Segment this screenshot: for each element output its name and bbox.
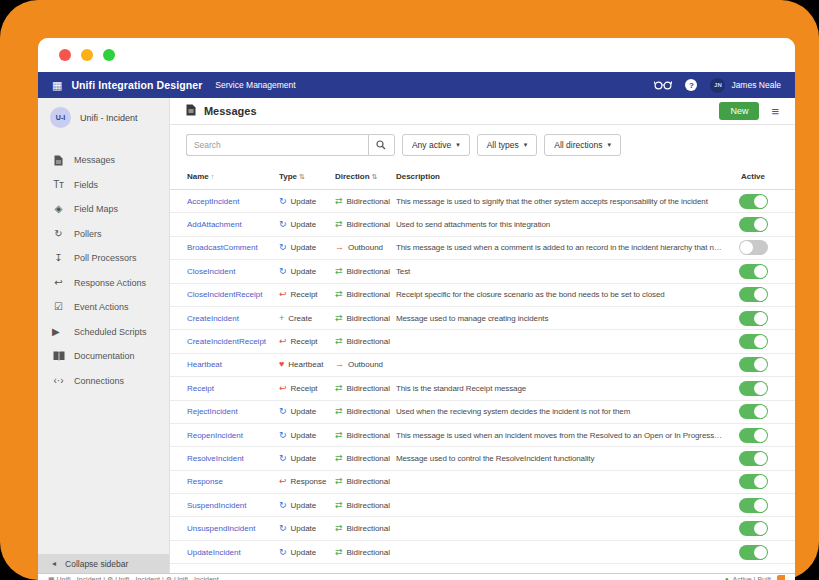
collapse-sidebar-button[interactable]: ◂ Collapse sidebar bbox=[38, 554, 169, 573]
active-toggle[interactable] bbox=[739, 545, 768, 560]
message-type-label: Update bbox=[290, 431, 316, 440]
minimize-button[interactable] bbox=[81, 49, 93, 61]
sidebar-item-connections[interactable]: ‹·›Connections bbox=[38, 369, 169, 394]
menu-icon[interactable]: ≡ bbox=[771, 105, 779, 118]
active-toggle[interactable] bbox=[739, 264, 768, 279]
message-name-link[interactable]: AddAttachment bbox=[187, 220, 275, 229]
message-direction-label: Bidirectional bbox=[346, 407, 390, 416]
new-button[interactable]: New bbox=[719, 102, 759, 120]
toggle-knob bbox=[754, 382, 767, 395]
active-toggle[interactable] bbox=[739, 287, 768, 302]
sidebar-item-pollers[interactable]: ↻Pollers bbox=[38, 222, 169, 247]
message-direction-label: Bidirectional bbox=[346, 337, 390, 346]
message-name-link[interactable]: AcceptIncident bbox=[187, 197, 275, 206]
message-description: This message is used when a comment is a… bbox=[396, 243, 724, 252]
message-name-link[interactable]: ReopenIncident bbox=[187, 431, 275, 440]
message-direction: ⇄Bidirectional bbox=[335, 548, 392, 557]
integration-selector[interactable]: U-I Unifi - Incident bbox=[38, 98, 169, 136]
table-header: Name↑ Type⇅ Direction⇅ Description Activ… bbox=[170, 164, 795, 190]
sync-icon: ↻ bbox=[279, 431, 287, 440]
code-icon: ‹·› bbox=[52, 376, 65, 386]
message-type-label: Receipt bbox=[290, 337, 317, 346]
message-name-link[interactable]: UnsuspendIncident bbox=[187, 524, 275, 533]
message-type: ↻Update bbox=[279, 220, 331, 229]
desktop-background: ▦ Unifi Integration Designer Service Man… bbox=[0, 0, 819, 580]
active-toggle[interactable] bbox=[739, 428, 768, 443]
message-direction: ⇄Bidirectional bbox=[335, 220, 392, 229]
message-name-link[interactable]: Response bbox=[187, 477, 275, 486]
sidebar-item-poll-processors[interactable]: ↧Poll Processors bbox=[38, 246, 169, 271]
bidirectional-icon: ⇄ bbox=[335, 524, 343, 533]
message-name-link[interactable]: Receipt bbox=[187, 384, 275, 393]
active-toggle[interactable] bbox=[739, 498, 768, 513]
search-input[interactable] bbox=[186, 134, 368, 156]
checkbox-icon: ☑ bbox=[52, 302, 65, 312]
message-direction-label: Bidirectional bbox=[346, 314, 390, 323]
message-direction: ⇄Bidirectional bbox=[335, 407, 392, 416]
message-name-link[interactable]: SuspendIncident bbox=[187, 501, 275, 510]
filter-active-dropdown[interactable]: Any active ▾ bbox=[402, 134, 470, 156]
bidirectional-icon: ⇄ bbox=[335, 384, 343, 393]
sync-icon: ↻ bbox=[279, 454, 287, 463]
message-type: ↻Update bbox=[279, 501, 331, 510]
toggle-knob bbox=[754, 429, 767, 442]
toggle-knob bbox=[754, 499, 767, 512]
sidebar-item-documentation[interactable]: Documentation bbox=[38, 344, 169, 369]
toggle-knob bbox=[754, 475, 767, 488]
active-toggle[interactable] bbox=[739, 474, 768, 489]
message-description: Receipt specific for the closure scenari… bbox=[396, 290, 724, 299]
toggle-knob bbox=[754, 335, 767, 348]
active-toggle[interactable] bbox=[739, 404, 768, 419]
zoom-button[interactable] bbox=[103, 49, 115, 61]
message-name-link[interactable]: CloseIncidentReceipt bbox=[187, 290, 275, 299]
message-name-link[interactable]: UpdateIncident bbox=[187, 548, 275, 557]
user-menu[interactable]: JN James Neale bbox=[710, 78, 781, 93]
text-fields-icon: Tᴛ bbox=[52, 180, 65, 190]
active-toggle[interactable] bbox=[739, 521, 768, 536]
active-toggle[interactable] bbox=[739, 240, 768, 255]
active-toggle[interactable] bbox=[739, 381, 768, 396]
message-name-link[interactable]: BroadcastComment bbox=[187, 243, 275, 252]
active-toggle[interactable] bbox=[739, 311, 768, 326]
column-header-name[interactable]: Name↑ bbox=[187, 172, 275, 181]
app-grid-icon[interactable]: ▦ bbox=[52, 80, 62, 91]
close-button[interactable] bbox=[59, 49, 71, 61]
message-type-label: Response bbox=[290, 477, 326, 486]
message-type: ↻Update bbox=[279, 267, 331, 276]
message-name-link[interactable]: CreateIncidentReceipt bbox=[187, 337, 275, 346]
sidebar-item-scheduled-scripts[interactable]: ▶Scheduled Scripts bbox=[38, 320, 169, 345]
sidebar-item-messages[interactable]: Messages bbox=[38, 148, 169, 173]
bidirectional-icon: ⇄ bbox=[335, 337, 343, 346]
sidebar-item-fields[interactable]: TᴛFields bbox=[38, 173, 169, 198]
sidebar-item-label: Connections bbox=[74, 376, 124, 386]
message-name-link[interactable]: CloseIncident bbox=[187, 267, 275, 276]
status-bar-logo bbox=[777, 575, 785, 580]
active-toggle[interactable] bbox=[739, 334, 768, 349]
filter-types-dropdown[interactable]: All types ▾ bbox=[477, 134, 538, 156]
active-toggle[interactable] bbox=[739, 194, 768, 209]
message-direction-label: Bidirectional bbox=[346, 548, 390, 557]
message-name-link[interactable]: CreateIncident bbox=[187, 314, 275, 323]
table-row: AcceptIncident↻Update⇄BidirectionalThis … bbox=[170, 190, 795, 213]
active-toggle[interactable] bbox=[739, 217, 768, 232]
status-bar-tabs[interactable]: ▦ Unifi - Incident | ⚙ Unifi - Incident … bbox=[48, 575, 219, 580]
column-header-type[interactable]: Type⇅ bbox=[279, 172, 331, 181]
filter-directions-dropdown[interactable]: All directions ▾ bbox=[544, 134, 621, 156]
sidebar-item-field-maps[interactable]: ◈Field Maps bbox=[38, 197, 169, 222]
active-toggle[interactable] bbox=[739, 451, 768, 466]
table-row: RejectIncident↻Update⇄BidirectionalUsed … bbox=[170, 401, 795, 424]
message-name-link[interactable]: Heartbeat bbox=[187, 360, 275, 369]
message-type: ↩Receipt bbox=[279, 290, 331, 299]
status-bar: ▦ Unifi - Incident | ⚙ Unifi - Incident … bbox=[38, 573, 795, 580]
help-icon[interactable]: ? bbox=[685, 79, 697, 91]
column-header-direction[interactable]: Direction⇅ bbox=[335, 172, 392, 181]
spectacles-icon[interactable] bbox=[654, 76, 672, 94]
sidebar-item-event-actions[interactable]: ☑Event Actions bbox=[38, 295, 169, 320]
active-toggle[interactable] bbox=[739, 357, 768, 372]
sidebar-item-response-actions[interactable]: ↩Response Actions bbox=[38, 271, 169, 296]
message-name-link[interactable]: RejectIncident bbox=[187, 407, 275, 416]
search-button[interactable] bbox=[368, 134, 395, 156]
plus-icon: + bbox=[279, 314, 284, 323]
message-name-link[interactable]: ResolveIncident bbox=[187, 454, 275, 463]
table-row: CreateIncidentReceipt↩Receipt⇄Bidirectio… bbox=[170, 330, 795, 353]
